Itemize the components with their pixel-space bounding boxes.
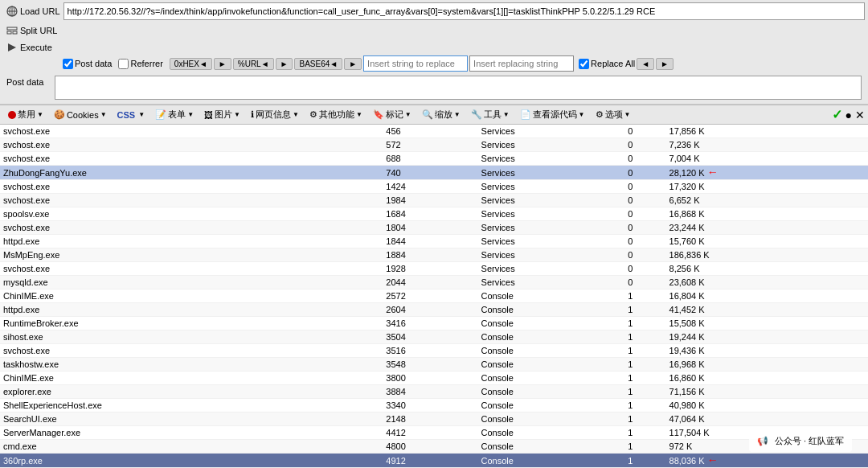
proc-sessions: 0 xyxy=(624,180,665,194)
base64-btn[interactable]: BASE64 ◄ xyxy=(294,58,342,70)
insert-string-input[interactable] xyxy=(363,55,468,72)
table-row[interactable]: svchost.exe 1984 Services 0 6,652 K xyxy=(0,194,868,207)
proc-sessions: 0 xyxy=(624,248,665,262)
referrer-checkbox[interactable] xyxy=(118,59,129,69)
proc-type: Services xyxy=(478,166,625,180)
insert-replacing-input[interactable] xyxy=(469,55,574,72)
hex-btn[interactable]: 0xHEX ◄ xyxy=(170,58,212,70)
nav-item-disable[interactable]: 禁用 ▼ xyxy=(3,107,48,122)
watermark: 📢 公众号 · 红队蓝军 xyxy=(749,430,852,452)
table-row[interactable]: ShellExperienceHost.exe 3340 Console 1 4… xyxy=(0,399,868,413)
nav-item-zoom[interactable]: 🔍 缩放 ▼ xyxy=(417,107,465,122)
url-btn[interactable]: %URL ◄ xyxy=(233,58,274,70)
url-input[interactable] xyxy=(63,2,865,20)
table-row[interactable]: svchost.exe 456 Services 0 17,856 K xyxy=(0,125,868,138)
proc-name: SearchUI.exe xyxy=(0,413,383,426)
proc-name: svchost.exe xyxy=(0,262,383,276)
proc-name: svchost.exe xyxy=(0,180,383,194)
load-url-button[interactable]: Load URL xyxy=(3,5,63,18)
post-data-checkbox-label[interactable]: Post data xyxy=(63,59,112,69)
replace-all-label[interactable]: Replace All xyxy=(579,59,635,69)
post-data-label: Post data xyxy=(6,76,55,87)
proc-name: ServerManager.exe xyxy=(0,426,383,440)
nav-tools-label: 工具 xyxy=(484,109,502,121)
proc-sessions: 1 xyxy=(624,385,665,399)
table-row[interactable]: svchost.exe 1928 Services 0 8,256 K xyxy=(0,262,868,276)
proc-sessions: 0 xyxy=(624,152,665,166)
hex-arrow-right-btn[interactable]: ► xyxy=(214,58,231,70)
table-row[interactable]: httpd.exe 2604 Console 1 41,452 K xyxy=(0,303,868,317)
nav-item-other[interactable]: ⚙ 其他功能 ▼ xyxy=(305,107,367,122)
nav-item-images[interactable]: 🖼 图片 ▼ xyxy=(199,107,245,122)
table-row[interactable]: svchost.exe 572 Services 0 7,236 K xyxy=(0,138,868,152)
table-row[interactable]: taskhostw.exe 3548 Console 1 16,968 K xyxy=(0,358,868,372)
proc-name: explorer.exe xyxy=(0,385,383,399)
url-arrow-right-btn[interactable]: ► xyxy=(276,58,293,70)
table-row[interactable]: svchost.exe 3516 Console 1 19,436 K xyxy=(0,344,868,358)
nav-item-mark[interactable]: 🔖 标记 ▼ xyxy=(368,107,416,122)
table-row[interactable]: ZhuDongFangYu.exe 740 Services 0 28,120 … xyxy=(0,166,868,180)
base64-arrow-right-btn[interactable]: ► xyxy=(344,58,362,70)
split-url-row: Split URL xyxy=(3,22,865,39)
proc-memory: 23,608 K xyxy=(666,276,868,289)
proc-sessions: 1 xyxy=(624,372,665,385)
replace-all-fwd-btn[interactable]: ► xyxy=(656,58,674,70)
table-row[interactable]: sihost.exe 3504 Console 1 19,244 K xyxy=(0,330,868,344)
proc-memory: 8,256 K xyxy=(666,262,868,276)
table-row[interactable]: SearchUI.exe 2148 Console 1 47,064 K xyxy=(0,413,868,426)
replace-all-checkbox[interactable] xyxy=(579,59,589,69)
close-action[interactable]: ✕ xyxy=(855,109,865,121)
dot-action[interactable]: ● xyxy=(845,109,852,121)
post-data-textarea[interactable] xyxy=(55,76,862,100)
table-row[interactable]: mysqld.exe 2044 Services 0 23,608 K xyxy=(0,276,868,289)
post-data-checkbox[interactable] xyxy=(63,59,73,69)
nav-cookies-label: Cookies xyxy=(67,110,99,120)
source-icon: 📄 xyxy=(520,109,531,120)
table-row[interactable]: MsMpEng.exe 1884 Services 0 186,836 K xyxy=(0,248,868,262)
nav-item-source[interactable]: 📄 查看源代码 ▼ xyxy=(515,107,590,122)
proc-pid: 3884 xyxy=(383,385,477,399)
source-chevron-icon: ▼ xyxy=(579,111,585,118)
proc-name: mysqld.exe xyxy=(0,276,383,289)
table-row[interactable]: spoolsv.exe 1684 Services 0 16,868 K xyxy=(0,207,868,221)
nav-item-cookies[interactable]: 🍪 Cookies ▼ xyxy=(49,108,112,121)
proc-name: taskhostw.exe xyxy=(0,358,383,372)
nav-item-css[interactable]: CSS ▼ xyxy=(113,109,150,121)
proc-type: Services xyxy=(478,138,625,152)
proc-sessions: 0 xyxy=(624,194,665,207)
nav-pageinfo-label: 网页信息 xyxy=(256,109,291,121)
referrer-checkbox-label[interactable]: Referrer xyxy=(118,59,162,69)
nav-other-label: 其他功能 xyxy=(319,109,354,121)
table-row[interactable]: RuntimeBroker.exe 3416 Console 1 15,508 … xyxy=(0,317,868,330)
nav-item-tools[interactable]: 🔧 工具 ▼ xyxy=(466,107,514,122)
disable-dot xyxy=(8,111,16,119)
table-row[interactable]: ChinIME.exe 3800 Console 1 16,860 K xyxy=(0,372,868,385)
table-row[interactable]: cmd.exe 4800 Console 1 972 K xyxy=(0,440,868,454)
nav-item-form[interactable]: 📝 表单 ▼ xyxy=(150,107,199,122)
table-row[interactable]: 360rp.exe 4912 Console 1 88,036 K ← xyxy=(0,454,868,468)
proc-sessions: 1 xyxy=(624,317,665,330)
proc-name: svchost.exe xyxy=(0,194,383,207)
nav-item-options[interactable]: ⚙ 选项 ▼ xyxy=(591,107,636,122)
referrer-option-label: Referrer xyxy=(130,59,162,68)
proc-type: Console xyxy=(478,289,625,303)
table-row[interactable]: svchost.exe 688 Services 0 7,004 K xyxy=(0,152,868,166)
table-row[interactable]: svchost.exe 1804 Services 0 23,244 K xyxy=(0,221,868,235)
nav-item-pageinfo[interactable]: ℹ 网页信息 ▼ xyxy=(246,107,304,122)
check-action[interactable]: ✓ xyxy=(832,107,842,122)
proc-memory: 40,980 K xyxy=(666,399,868,413)
process-table: svchost.exe 456 Services 0 17,856 K svch… xyxy=(0,125,868,468)
table-row[interactable]: explorer.exe 3884 Console 1 71,156 K xyxy=(0,385,868,399)
table-row[interactable]: svchost.exe 1424 Services 0 17,320 K xyxy=(0,180,868,194)
table-row[interactable]: httpd.exe 1844 Services 0 15,760 K xyxy=(0,235,868,248)
replace-all-go-btn[interactable]: ◄ xyxy=(637,58,654,70)
proc-type: Services xyxy=(478,248,625,262)
proc-name: svchost.exe xyxy=(0,138,383,152)
execute-button[interactable]: Execute xyxy=(3,41,59,54)
table-row[interactable]: ServerManager.exe 4412 Console 1 117,504… xyxy=(0,426,868,440)
split-url-button[interactable]: Split URL xyxy=(3,24,60,37)
proc-type: Services xyxy=(478,262,625,276)
tools-icon: 🔧 xyxy=(471,109,482,120)
proc-pid: 740 xyxy=(383,166,477,180)
table-row[interactable]: ChinIME.exe 2572 Console 1 16,804 K xyxy=(0,289,868,303)
